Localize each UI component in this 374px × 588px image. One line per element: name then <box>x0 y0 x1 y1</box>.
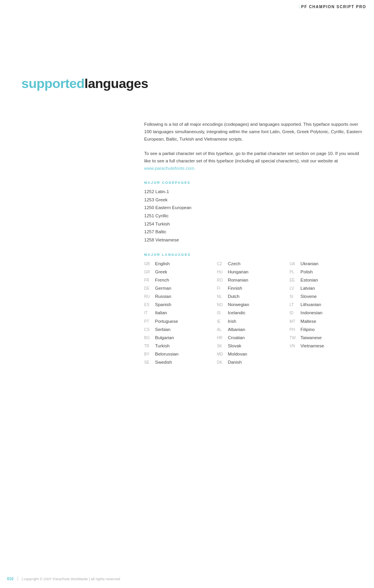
footer-divider <box>18 576 18 581</box>
lang-name: Irish <box>228 317 236 325</box>
lang-name: Danish <box>228 358 242 366</box>
lang-name: Hungarian <box>228 268 249 276</box>
lang-code: MD <box>217 351 226 358</box>
lang-code: TW <box>289 334 298 342</box>
lang-column-2: CZCzech HUHungarian RORomanian FIFinnish… <box>217 260 290 366</box>
lang-row: PHFilipino <box>289 326 362 333</box>
lang-row: NLDutch <box>217 292 290 300</box>
lang-name: Maltese <box>300 317 316 325</box>
lang-code: UA <box>289 261 298 268</box>
lang-code: VN <box>289 343 298 350</box>
website-link[interactable]: www.parachutefonts.com. <box>144 166 196 171</box>
intro-paragraph-1: Following is a list of all major encodin… <box>144 121 362 143</box>
lang-row: SKSlovak <box>217 342 290 350</box>
lang-code: HU <box>217 269 226 276</box>
lang-row: TWTaiwanese <box>289 334 362 342</box>
lang-name: Czech <box>228 260 241 268</box>
lang-row: RORomanian <box>217 276 290 284</box>
lang-row: FRFrench <box>144 276 217 284</box>
lang-row: NONorwegian <box>217 301 290 308</box>
lang-code: IT <box>144 310 153 317</box>
lang-row: BYBelorussian <box>144 350 217 358</box>
lang-name: Dutch <box>228 292 240 300</box>
lang-code: TR <box>144 343 153 350</box>
lang-name: Turkish <box>155 342 169 350</box>
lang-name: Slovene <box>300 292 317 300</box>
lang-code: SK <box>217 343 226 350</box>
lang-name: English <box>155 260 170 268</box>
lang-code: AL <box>217 326 226 333</box>
list-item: 1252 Latin-1 <box>144 188 362 196</box>
lang-name: Icelandic <box>228 309 245 317</box>
title-languages: languages <box>85 76 148 91</box>
lang-row: SESwedish <box>144 358 217 366</box>
lang-row: IDIndonesian <box>289 309 362 317</box>
lang-row: DEGerman <box>144 284 217 292</box>
lang-name: Albanian <box>228 326 245 333</box>
lang-name: Lithuanian <box>300 301 321 308</box>
lang-code: RO <box>217 277 226 284</box>
lang-name: Latvian <box>300 284 315 292</box>
lang-name: Swedish <box>155 358 172 366</box>
lang-row: HRCroatian <box>217 334 290 342</box>
lang-code: GB <box>144 261 153 268</box>
lang-row: ISIcelandic <box>217 309 290 317</box>
lang-row: LVLatvian <box>289 284 362 292</box>
lang-row: ITItalian <box>144 309 217 317</box>
header-title: :PF CHAMPION SCRIPT PRO <box>298 5 366 9</box>
lang-code: LT <box>289 301 298 308</box>
lang-code: IE <box>217 318 226 325</box>
lang-code: ES <box>144 301 153 308</box>
lang-row: RURussian <box>144 292 217 300</box>
lang-code: GR <box>144 269 153 276</box>
lang-row: PLPolish <box>289 268 362 276</box>
intro-paragraph-2: To see a partial character set of this t… <box>144 150 362 172</box>
languages-grid: GBEnglish GRGreek FRFrench DEGerman RURu… <box>144 260 362 366</box>
main-content: Following is a list of all major encodin… <box>144 121 362 366</box>
lang-code: IS <box>217 310 226 317</box>
lang-row: EEEstonian <box>289 276 362 284</box>
lang-code: CS <box>144 326 153 333</box>
lang-name: Croatian <box>228 334 245 342</box>
lang-code: DK <box>217 359 226 366</box>
lang-row: GBEnglish <box>144 260 217 268</box>
lang-name: German <box>155 284 171 292</box>
lang-code: LV <box>289 285 298 292</box>
lang-code: PL <box>289 269 298 276</box>
lang-name: Italian <box>155 309 167 317</box>
lang-code: NL <box>217 293 226 300</box>
lang-row: IEIrish <box>217 317 290 325</box>
lang-name: Serbian <box>155 326 171 333</box>
lang-code: CZ <box>217 261 226 268</box>
lang-name: Polish <box>300 268 312 276</box>
lang-code: MT <box>289 318 298 325</box>
lang-row: MDMoldovan <box>217 350 290 358</box>
lang-row: BGBulgarian <box>144 334 217 342</box>
lang-code: SI <box>289 293 298 300</box>
lang-row: SISlovene <box>289 292 362 300</box>
lang-row: CZCzech <box>217 260 290 268</box>
lang-code: PH <box>289 326 298 333</box>
lang-name: Romanian <box>228 276 248 284</box>
lang-name: Bulgarian <box>155 334 174 342</box>
lang-name: Taiwanese <box>300 334 321 342</box>
lang-code: EE <box>289 277 298 284</box>
page-title: supportedlanguages <box>21 76 148 91</box>
list-item: 1251 Cyrillic <box>144 212 362 220</box>
lang-row: ESSpanish <box>144 301 217 308</box>
lang-code: HR <box>217 334 226 342</box>
lang-row: VNVietnamese <box>289 342 362 350</box>
languages-label: MAJOR LANGUAGES <box>144 253 362 257</box>
lang-name: Belorussian <box>155 350 178 358</box>
lang-row: PTPortuguese <box>144 317 217 325</box>
lang-column-3: UAUkranian PLPolish EEEstonian LVLatvian… <box>289 260 362 366</box>
lang-name: Moldovan <box>228 350 247 358</box>
lang-code: FR <box>144 277 153 284</box>
lang-code: BY <box>144 351 153 358</box>
lang-row: UAUkranian <box>289 260 362 268</box>
lang-code: FI <box>217 285 226 292</box>
lang-name: Greek <box>155 268 167 276</box>
codepages-list: 1252 Latin-1 1253 Greek 1250 Eastern Eur… <box>144 188 362 244</box>
lang-code: BG <box>144 334 153 342</box>
lang-name: French <box>155 276 169 284</box>
